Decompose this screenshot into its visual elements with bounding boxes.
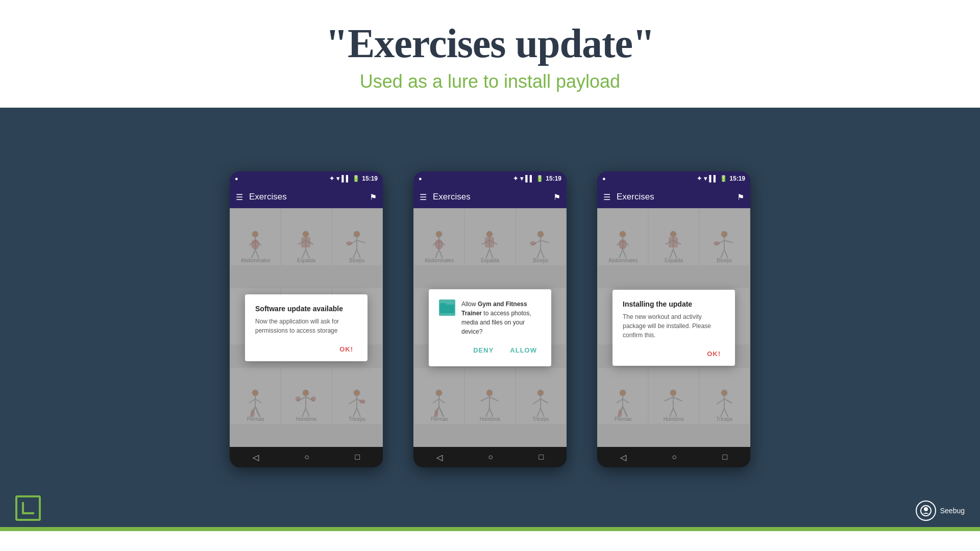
- installing-dialog-title-3: Installing the update: [623, 300, 725, 308]
- exercise-grid-2: Abdominales Espalda Biceps Pam... Brazos: [413, 208, 567, 447]
- signal-icon-3: ▌▌: [709, 175, 718, 182]
- installing-dialog-3: Installing the update The new workout an…: [612, 290, 735, 366]
- dialog-overlay-3: Installing the update The new workout an…: [597, 208, 750, 447]
- camera-dot-1: ●: [235, 176, 238, 182]
- exercise-grid-3: Abdominales Espalda Biceps Pam... Brazos: [597, 208, 750, 447]
- phone-3: ● ✦ ▾ ▌▌ 🔋 15:19 ☰ Exercises ⚑ Abdominal…: [597, 171, 750, 467]
- status-left-2: ●: [419, 176, 422, 182]
- signal-icon-1: ▌▌: [341, 175, 350, 182]
- back-button-2[interactable]: ◁: [436, 453, 443, 462]
- home-button-1[interactable]: ○: [304, 453, 309, 462]
- seebug-logo: Seebug: [916, 500, 965, 521]
- app-bar-1: ☰ Exercises ⚑: [230, 186, 383, 208]
- back-button-3[interactable]: ◁: [620, 453, 626, 462]
- wifi-icon-1: ▾: [336, 175, 339, 182]
- nav-bar-3: ◁ ○ □: [597, 447, 750, 467]
- time-2: 15:19: [546, 175, 561, 182]
- svg-rect-120: [440, 303, 446, 306]
- recents-button-3[interactable]: □: [723, 453, 728, 462]
- battery-icon-2: 🔋: [536, 175, 544, 182]
- logo-bracket: [15, 495, 41, 521]
- ok-button-1[interactable]: OK!: [335, 343, 357, 355]
- status-right-2: ✦ ▾ ▌▌ 🔋 15:19: [513, 175, 561, 182]
- seebug-circle-icon: [916, 500, 936, 521]
- wifi-icon-2: ▾: [520, 175, 523, 182]
- status-bar-3: ● ✦ ▾ ▌▌ 🔋 15:19: [597, 171, 750, 186]
- svg-point-180: [924, 507, 928, 511]
- logo-inner: [22, 502, 34, 514]
- recents-button-2[interactable]: □: [539, 453, 544, 462]
- recents-button-1[interactable]: □: [355, 453, 360, 462]
- top-section: "Exercises update" Used as a lure to ins…: [0, 0, 980, 108]
- installing-dialog-body-3: The new workout and activity package wil…: [623, 312, 725, 340]
- permission-dialog-actions-2: DENY ALLOW: [439, 344, 541, 356]
- status-left-1: ●: [235, 176, 238, 182]
- exercise-grid-1: Abdominales Espalda Biceps Pam... Bra: [230, 208, 383, 447]
- permission-dialog-2: Allow Gym and Fitness Trainer to access …: [429, 289, 551, 366]
- status-right-1: ✦ ▾ ▌▌ 🔋 15:19: [329, 175, 378, 182]
- update-dialog-1: Software update available Now the applic…: [245, 294, 368, 361]
- battery-icon-3: 🔋: [720, 175, 727, 182]
- nav-bar-2: ◁ ○ □: [413, 447, 567, 467]
- flag-icon-1: ⚑: [370, 192, 377, 202]
- allow-button-2[interactable]: ALLOW: [506, 344, 541, 356]
- battery-icon-1: 🔋: [352, 175, 360, 182]
- app-bar-title-1: Exercises: [249, 192, 363, 202]
- camera-dot-2: ●: [419, 176, 422, 182]
- menu-icon-1: ☰: [236, 192, 243, 202]
- seebug-label: Seebug: [940, 507, 965, 515]
- deny-button-2[interactable]: DENY: [469, 344, 498, 356]
- dialog-overlay-1: Software update available Now the applic…: [230, 208, 383, 447]
- signal-icon-2: ▌▌: [525, 175, 534, 182]
- bottom-section: ● ✦ ▾ ▌▌ 🔋 15:19 ☰ Exercises ⚑ Abdominal…: [0, 108, 980, 531]
- permission-dialog-header-2: Allow Gym and Fitness Trainer to access …: [439, 299, 541, 336]
- time-1: 15:19: [362, 175, 378, 182]
- menu-icon-2: ☰: [420, 192, 427, 202]
- bluetooth-icon-1: ✦: [329, 175, 334, 182]
- status-bar-2: ● ✦ ▾ ▌▌ 🔋 15:19: [413, 171, 567, 186]
- bluetooth-icon-2: ✦: [513, 175, 518, 182]
- home-button-3[interactable]: ○: [672, 453, 677, 462]
- menu-icon-3: ☰: [603, 192, 610, 202]
- flag-icon-2: ⚑: [553, 192, 560, 202]
- app-bar-title-3: Exercises: [617, 192, 731, 202]
- update-dialog-actions-1: OK!: [255, 343, 357, 355]
- main-title: "Exercises update": [0, 20, 980, 67]
- status-bar-1: ● ✦ ▾ ▌▌ 🔋 15:19: [230, 171, 383, 186]
- update-dialog-title-1: Software update available: [255, 305, 357, 313]
- brand-logo: [15, 495, 41, 521]
- app-bar-2: ☰ Exercises ⚑: [413, 186, 567, 208]
- back-button-1[interactable]: ◁: [253, 453, 259, 462]
- app-bar-3: ☰ Exercises ⚑: [597, 186, 750, 208]
- phone-2: ● ✦ ▾ ▌▌ 🔋 15:19 ☰ Exercises ⚑ Abdominal…: [413, 171, 567, 467]
- nav-bar-1: ◁ ○ □: [230, 447, 383, 467]
- folder-icon-2: [439, 299, 455, 316]
- camera-dot-3: ●: [602, 176, 606, 182]
- subtitle: Used as a lure to install payload: [0, 71, 980, 92]
- dialog-overlay-2: Allow Gym and Fitness Trainer to access …: [413, 208, 567, 447]
- phone-1: ● ✦ ▾ ▌▌ 🔋 15:19 ☰ Exercises ⚑ Abdominal…: [230, 171, 383, 467]
- green-accent-line: [0, 527, 980, 531]
- app-bar-title-2: Exercises: [433, 192, 547, 202]
- status-right-3: ✦ ▾ ▌▌ 🔋 15:19: [697, 175, 745, 182]
- status-left-3: ●: [602, 176, 606, 182]
- bluetooth-icon-3: ✦: [697, 175, 702, 182]
- flag-icon-3: ⚑: [737, 192, 744, 202]
- installing-dialog-actions-3: OK!: [623, 348, 725, 360]
- update-dialog-body-1: Now the application will ask for permiss…: [255, 317, 357, 335]
- ok-button-3[interactable]: OK!: [703, 348, 725, 360]
- time-3: 15:19: [729, 175, 745, 182]
- home-button-2[interactable]: ○: [488, 453, 493, 462]
- wifi-icon-3: ▾: [704, 175, 707, 182]
- permission-text-2: Allow Gym and Fitness Trainer to access …: [461, 299, 541, 336]
